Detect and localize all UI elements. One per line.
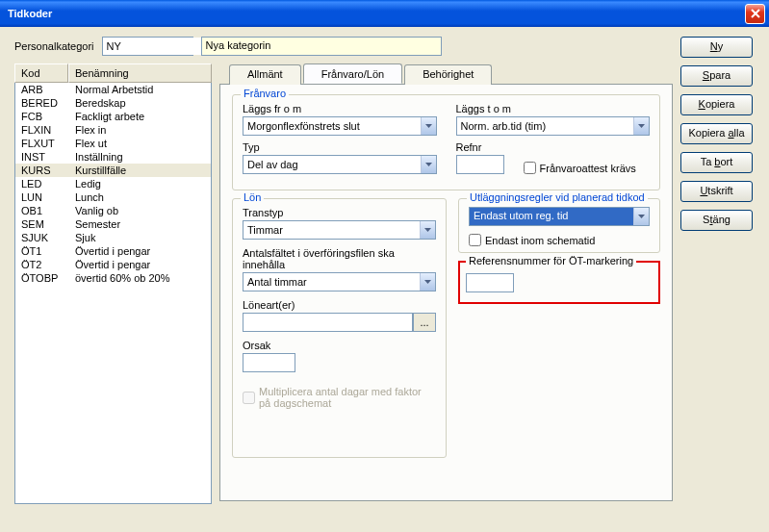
multi-checkbox [243,392,255,404]
close-button[interactable] [745,4,765,24]
list-row[interactable]: OB1Vanlig ob [15,204,211,217]
tab-allmant[interactable]: Allmänt [229,64,301,85]
kategori-name-field[interactable]: Nya kategorin [201,37,442,56]
laggs-from-combo[interactable] [243,116,437,136]
cell-kod: FCB [15,110,69,123]
cell-kod: ÖT2 [15,258,69,271]
list-row[interactable]: SEMSemester [15,217,211,231]
cell-kod: FLXUT [15,137,69,150]
typ-input[interactable] [244,156,421,173]
antal-input[interactable] [244,273,420,291]
orsak-label: Orsak [243,340,436,351]
kopiera-button[interactable]: Kopiera [680,94,753,115]
list-row[interactable]: INSTInställning [15,150,211,164]
laggs-to-combo[interactable] [456,116,651,136]
laggs-from-input[interactable] [244,117,421,135]
ny-button[interactable]: Ny [680,37,753,58]
chevron-down-icon[interactable] [420,273,435,291]
antal-combo[interactable] [243,272,436,291]
list-row[interactable]: FLXINFlex in [15,123,211,137]
multi-label: Multiplicera antal dagar med faktor på d… [259,386,436,409]
cell-ben: Lunch [69,190,211,204]
tab-franvaro-lon[interactable]: Frånvaro/Lön [303,63,402,84]
list-row[interactable]: KURSKurstillfälle [15,164,211,177]
multi-check-row: Multiplicera antal dagar med faktor på d… [243,386,436,409]
list-row[interactable]: SJUKSjuk [15,231,211,244]
list-row[interactable]: ÖTOBPövertid 60% ob 20% [15,271,211,285]
ny-rest: y [718,40,724,52]
refnr-input[interactable] [456,155,504,174]
franvaroattest-label: Frånvaroattest krävs [540,163,636,174]
franvaroattest-check[interactable]: Frånvaroattest krävs [524,162,636,174]
cell-kod: LUN [15,190,69,204]
schema-checkbox[interactable] [469,234,481,246]
cell-kod: OB1 [15,204,69,217]
tabort-button[interactable]: Ta bort [680,152,753,173]
transtyp-combo[interactable] [243,220,436,240]
utlaggning-group-title: Utläggningsregler vid planerad tidkod [467,191,648,203]
typ-combo[interactable] [243,155,437,174]
cell-ben: Sjuk [69,231,211,244]
list-row[interactable]: FLXUTFlex ut [15,137,211,150]
spara-button[interactable]: Spara [680,65,753,87]
utskrift-button[interactable]: Utskrift [680,181,753,202]
lon-group-title: Lön [241,191,264,203]
transtyp-input[interactable] [244,221,420,239]
list-row[interactable]: BEREDBeredskap [15,96,211,110]
chevron-down-icon[interactable] [421,117,436,135]
transtyp-label: Transtyp [243,207,436,218]
list-header: Kod Benämning [14,63,212,83]
chevron-down-icon[interactable] [421,156,436,173]
list-row[interactable]: LEDLedig [15,177,211,190]
utlaggning-combo[interactable]: Endast utom reg. tid [469,207,650,226]
cell-ben: Semester [69,217,211,231]
cell-kod: FLXIN [15,123,69,137]
cell-ben: Övertid i pengar [69,258,211,271]
cell-ben: Kurstillfälle [69,164,211,177]
chevron-down-icon[interactable] [633,208,649,225]
header-benamning[interactable]: Benämning [68,63,212,83]
list-row[interactable]: FCBFackligt arbete [15,110,211,123]
cell-kod: ARB [15,83,69,96]
laggs-to-input[interactable] [457,117,634,135]
refot-input[interactable] [466,273,514,292]
cell-kod: SJUK [15,231,69,244]
tab-area: Allmänt Frånvaro/Lön Behörighet Frånvaro… [219,63,673,504]
schema-check-row[interactable]: Endast inom schematid [469,234,650,246]
franvaroattest-checkbox[interactable] [524,162,536,174]
cell-kod: ÖTOBP [15,271,69,285]
list-row[interactable]: LUNLunch [15,190,211,204]
tab-body: Frånvaro Läggs fr o m Läggs t o m [219,84,673,501]
button-sidebar: Ny Spara Kopiera Kopiera alla Ta bort Ut… [680,37,759,504]
laggs-to-label: Läggs t o m [456,103,651,114]
tab-behorighet[interactable]: Behörighet [404,64,492,85]
top-row: Personalkategori Nya kategorin [14,37,673,56]
cell-ben: Flex ut [69,137,211,150]
cell-ben: övertid 60% ob 20% [69,271,211,285]
cell-ben: Övertid i pengar [69,244,211,258]
code-listbox[interactable]: ARBNormal ArbetstidBEREDBeredskapFCBFack… [14,83,212,504]
code-list-column: Kod Benämning ARBNormal ArbetstidBEREDBe… [14,63,212,504]
chevron-down-icon[interactable] [420,221,435,239]
list-row[interactable]: ARBNormal Arbetstid [15,83,211,96]
loneart-input[interactable] [243,313,413,332]
list-row[interactable]: ÖT2Övertid i pengar [15,258,211,271]
antal-label: Antalsfältet i överföringsfilen ska inne… [243,247,436,270]
cell-kod: LED [15,177,69,190]
personal-kategori-combo[interactable] [102,37,193,56]
list-row[interactable]: ÖT1Övertid i pengar [15,244,211,258]
content: Personalkategori Nya kategorin Kod Benäm… [0,27,769,514]
loneart-browse-button[interactable]: ... [413,313,436,332]
tabs: Allmänt Frånvaro/Lön Behörighet [219,64,673,85]
stang-button[interactable]: Stäng [680,210,753,231]
chevron-down-icon[interactable] [633,117,649,135]
header-kod[interactable]: Kod [14,63,68,83]
cell-ben: Normal Arbetstid [69,83,211,96]
cell-ben: Ledig [69,177,211,190]
kopiera-alla-button[interactable]: Kopiera alla [680,123,753,144]
orsak-input[interactable] [243,353,295,372]
franvaro-group-title: Frånvaro [241,88,289,99]
refnr-label: Refnr [456,141,504,153]
cell-ben: Beredskap [69,96,211,110]
cell-kod: INST [15,150,69,164]
